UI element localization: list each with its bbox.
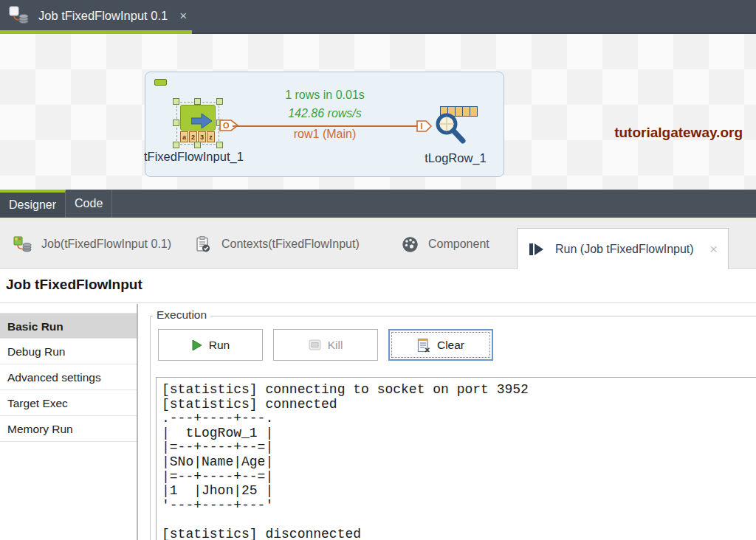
resize-handle[interactable] (173, 120, 179, 126)
talend-studio-window: Job tFixedFlowInput 0.1 × a 2 3 z (0, 0, 756, 540)
console-line: |=--+----+--=| (162, 440, 756, 455)
output-port-letter: O (223, 121, 230, 130)
resize-handle[interactable] (216, 142, 223, 148)
run-sidebar: Basic Run Debug Run Advanced settings Ta… (0, 304, 138, 540)
design-canvas[interactable]: a 2 3 z O (0, 34, 756, 190)
resize-handle[interactable] (173, 142, 179, 148)
component-tfixedflowinput[interactable]: a 2 3 z (175, 100, 221, 146)
resize-handle[interactable] (194, 98, 201, 105)
editor-tab-job[interactable]: Job tFixedFlowInput 0.1 × (0, 0, 205, 34)
kill-button[interactable]: Kill (273, 329, 378, 361)
execution-group-label: Execution (153, 308, 210, 322)
console-line: |1 |Jhon|25 | (162, 484, 756, 499)
console-line: |=--+----+--=| (162, 470, 756, 485)
console-line: '---+----+---' (162, 499, 756, 513)
sidebar-item-target-exec[interactable]: Target Exec (0, 390, 137, 416)
tab-label: Run (Job tFixedFlowInput) (555, 243, 694, 256)
resize-handle[interactable] (194, 142, 201, 148)
tab-close-icon[interactable]: × (709, 242, 718, 256)
rows-count-stat: 1 rows in 0.01s (240, 86, 410, 104)
sidebar-item-debug-run[interactable]: Debug Run (0, 339, 137, 364)
job-flow-container[interactable]: a 2 3 z O (145, 72, 504, 177)
input-port[interactable]: I (416, 120, 433, 133)
clear-button-label: Clear (437, 339, 464, 352)
bottom-panel-tab-bar: Job(tFixedFlowInput 0.1) Contexts(tFixed… (0, 220, 756, 269)
job-state-chip (154, 79, 167, 86)
rows-rate-stat: 142.86 rows/s (240, 104, 410, 122)
tab-label: Job(tFixedFlowInput 0.1) (41, 238, 171, 251)
console-line: |SNo|Name|Age| (162, 455, 756, 470)
sidebar-item-memory-run[interactable]: Memory Run (0, 416, 137, 442)
run-play-icon (528, 242, 545, 257)
resize-handle[interactable] (216, 98, 223, 105)
resize-handle[interactable] (173, 98, 179, 105)
tab-component[interactable]: Component (402, 220, 489, 269)
tab-job-properties[interactable]: Job(tFixedFlowInput 0.1) (13, 220, 171, 269)
editor-tab-title: Job tFixedFlowInput 0.1 (38, 9, 168, 23)
clear-button[interactable]: ✕ Clear (388, 329, 493, 361)
watermark-text: tutorialgateway.org (614, 125, 743, 141)
flow-arrow-icon (191, 111, 213, 131)
cell-glyph: a (180, 131, 188, 142)
run-view-header: Job tFixedFlowInput (0, 269, 756, 303)
input-port-letter: I (421, 122, 423, 131)
job-document-icon (9, 6, 30, 26)
component-tlogrow[interactable] (434, 106, 475, 145)
kill-button-label: Kill (328, 339, 343, 352)
console-line: [statistics] connected (162, 398, 756, 412)
console-output: [statistics] connecting to socket on por… (157, 378, 756, 540)
tfixedflowinput-icon (180, 105, 216, 131)
console-line: [statistics] disconnected (162, 527, 756, 540)
run-button[interactable]: Run (158, 329, 263, 361)
tlogrow-label: tLogRow_1 (423, 151, 488, 165)
view-mode-strip: Designer Code (0, 190, 756, 218)
run-view-body: Basic Run Debug Run Advanced settings Ta… (0, 304, 756, 540)
tab-label: Contexts(tFixedFlowInput) (221, 238, 360, 251)
editor-tab-bar: Job tFixedFlowInput 0.1 × (0, 0, 756, 34)
tab-code[interactable]: Code (66, 190, 112, 218)
kill-stop-icon (309, 339, 322, 351)
console-line: .---+----+---. (162, 412, 756, 426)
execution-panel: Execution Run Kill (140, 304, 756, 540)
cell-glyph: 3 (198, 131, 206, 142)
console-line: [statistics] connecting to socket on por… (162, 383, 756, 398)
cell-glyph: 2 (189, 131, 197, 142)
tab-label: Component (428, 238, 489, 251)
play-icon (191, 339, 203, 351)
component-palette-icon (402, 236, 419, 253)
magnifier-icon (434, 109, 468, 145)
execution-buttons: Run Kill ✕ Clear (158, 329, 493, 361)
sidebar-item-basic-run[interactable]: Basic Run (0, 313, 137, 339)
cell-glyph: z (207, 131, 215, 142)
clear-icon: ✕ (417, 338, 431, 353)
tab-run-active[interactable]: Run (Job tFixedFlowInput) × (517, 228, 729, 269)
sidebar-item-advanced-settings[interactable]: Advanced settings (0, 364, 137, 390)
connection-label[interactable]: row1 (Main) (240, 125, 410, 143)
svg-text:✕: ✕ (424, 346, 430, 353)
connection-stats: 1 rows in 0.01s 142.86 rows/s row1 (Main… (240, 86, 410, 143)
editor-tab-close-icon[interactable]: × (179, 10, 187, 22)
run-button-label: Run (209, 339, 230, 352)
tab-designer[interactable]: Designer (0, 190, 66, 218)
tfixedflowinput-label: tFixedFlowInput_1 (144, 150, 236, 164)
console-line: | tLogRow_1 | (162, 426, 756, 441)
job-icon (13, 236, 32, 253)
tab-contexts[interactable]: Contexts(tFixedFlowInput) (195, 220, 360, 269)
tfixedflowinput-cells: a 2 3 z (180, 131, 215, 142)
console-line (162, 513, 756, 527)
run-console[interactable]: [statistics] connecting to socket on por… (156, 377, 756, 540)
page-title: Job tFixedFlowInput (0, 269, 756, 293)
contexts-icon (195, 236, 212, 253)
